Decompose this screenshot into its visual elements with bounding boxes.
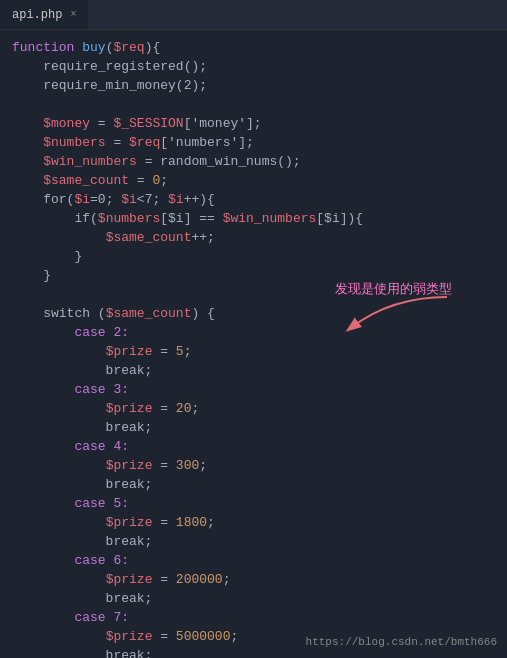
code-line: case 3:	[0, 380, 507, 399]
annotation-container: 发现是使用的弱类型	[335, 280, 452, 298]
code-line: $same_count++;	[0, 228, 507, 247]
code-line: $prize = 1800;	[0, 513, 507, 532]
code-line: $prize = 20;	[0, 399, 507, 418]
code-area: function buy($req){ require_registered()…	[0, 30, 507, 658]
code-line: function buy($req){	[0, 38, 507, 57]
csdn-url: https://blog.csdn.net/bmth666	[306, 636, 497, 648]
code-line: case 5:	[0, 494, 507, 513]
code-line: $money = $_SESSION['money'];	[0, 114, 507, 133]
tab-close-icon[interactable]: ×	[70, 9, 76, 20]
tab-api-php[interactable]: api.php ×	[0, 0, 88, 29]
code-line: break;	[0, 361, 507, 380]
code-line	[0, 95, 507, 114]
code-line: $win_numbers = random_win_nums();	[0, 152, 507, 171]
annotation-text: 发现是使用的弱类型	[335, 281, 452, 296]
code-line: break;	[0, 532, 507, 551]
code-line: require_registered();	[0, 57, 507, 76]
code-line: if($numbers[$i] == $win_numbers[$i]){	[0, 209, 507, 228]
code-line: break;	[0, 418, 507, 437]
code-line: break;	[0, 475, 507, 494]
code-line: case 7:	[0, 608, 507, 627]
code-line: $prize = 300;	[0, 456, 507, 475]
code-line: case 6:	[0, 551, 507, 570]
code-line: $same_count = 0;	[0, 171, 507, 190]
code-line: $numbers = $req['numbers'];	[0, 133, 507, 152]
code-line: case 4:	[0, 437, 507, 456]
code-line: break;	[0, 589, 507, 608]
code-line: require_min_money(2);	[0, 76, 507, 95]
code-line: }	[0, 247, 507, 266]
code-line: for($i=0; $i<7; $i++){	[0, 190, 507, 209]
tab-filename: api.php	[12, 8, 62, 22]
csdn-link: https://blog.csdn.net/bmth666	[306, 636, 497, 648]
tab-bar: api.php ×	[0, 0, 507, 30]
code-line: $prize = 200000;	[0, 570, 507, 589]
